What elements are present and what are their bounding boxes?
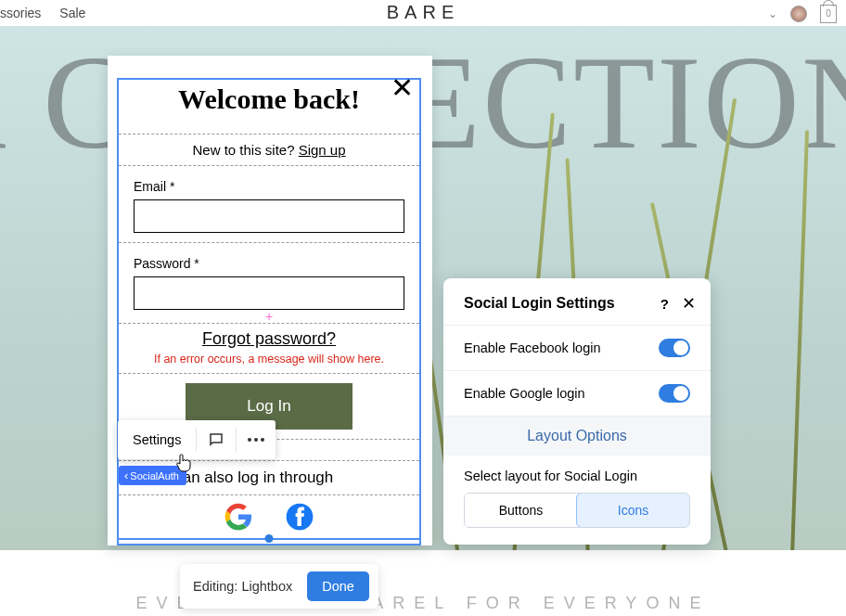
svg-point-1 [248, 438, 251, 442]
signup-link[interactable]: Sign up [299, 142, 346, 158]
panel-title: Social Login Settings [464, 295, 615, 312]
done-button[interactable]: Done [307, 571, 369, 601]
password-label: Password * [119, 243, 419, 276]
signup-prompt: New to this site? [192, 142, 298, 158]
more-icon[interactable] [237, 438, 276, 442]
resize-handle[interactable] [265, 534, 274, 543]
close-panel-icon[interactable]: ✕ [682, 293, 696, 314]
layout-segmented-control: Buttons Icons [464, 493, 690, 528]
settings-button[interactable]: Settings [118, 432, 196, 447]
avatar[interactable] [790, 6, 807, 22]
brand-logo: BARE [387, 2, 459, 23]
email-label: Email * [119, 166, 419, 199]
cursor-pointer-icon [176, 454, 193, 472]
email-field[interactable] [134, 199, 404, 233]
login-title: Welcome back! [119, 83, 419, 115]
close-icon[interactable]: ✕ [391, 74, 414, 102]
enable-facebook-label: Enable Facebook login [464, 340, 601, 355]
enable-facebook-toggle[interactable] [659, 339, 690, 357]
social-login-settings-panel: Social Login Settings ? ✕ Enable Faceboo… [443, 278, 711, 545]
layout-options-header: Layout Options [443, 416, 711, 456]
help-icon[interactable]: ? [660, 296, 669, 312]
add-element-icon[interactable]: + [119, 310, 419, 323]
password-field[interactable] [134, 276, 404, 310]
svg-point-3 [261, 438, 264, 442]
nav-link-sale[interactable]: Sale [59, 6, 85, 20]
signup-row: New to this site? Sign up [119, 134, 419, 166]
tagline: EVERYDAY APPAREL FOR EVERYONE [56, 594, 790, 613]
layout-subtext: Select layout for Social Login [443, 456, 711, 493]
enable-google-toggle[interactable] [659, 384, 690, 403]
cart-icon[interactable]: 0 [820, 5, 837, 23]
svg-point-2 [254, 438, 258, 442]
chevron-down-icon[interactable]: ⌄ [768, 7, 777, 20]
top-nav: ssories Sale [0, 6, 85, 20]
forgot-password-link[interactable]: Forgot password? [202, 329, 336, 348]
google-icon[interactable] [224, 503, 252, 531]
editing-label: Editing: Lightbox [193, 579, 292, 594]
enable-google-label: Enable Google login [464, 386, 585, 401]
layout-option-icons[interactable]: Icons [576, 493, 690, 528]
facebook-icon[interactable] [286, 503, 314, 531]
layout-option-buttons[interactable]: Buttons [465, 494, 577, 527]
comment-icon[interactable] [197, 431, 236, 448]
nav-link-accessories[interactable]: ssories [0, 6, 41, 20]
element-toolbar: Settings [118, 420, 276, 459]
error-message: If an error occurs, a message will show … [119, 353, 419, 373]
editing-pill: Editing: Lightbox Done [180, 564, 378, 609]
